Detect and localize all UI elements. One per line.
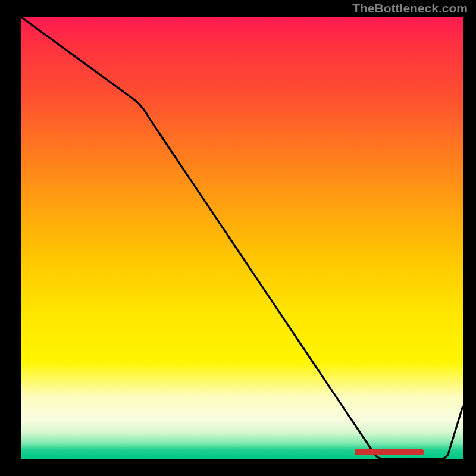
chart-container: TheBottleneck.com xyxy=(0,0,476,476)
chart-line xyxy=(21,17,463,459)
optimal-range-marker xyxy=(355,449,424,455)
plot-area xyxy=(21,17,463,459)
watermark-text: TheBottleneck.com xyxy=(352,1,468,15)
line-chart-svg xyxy=(21,17,463,459)
